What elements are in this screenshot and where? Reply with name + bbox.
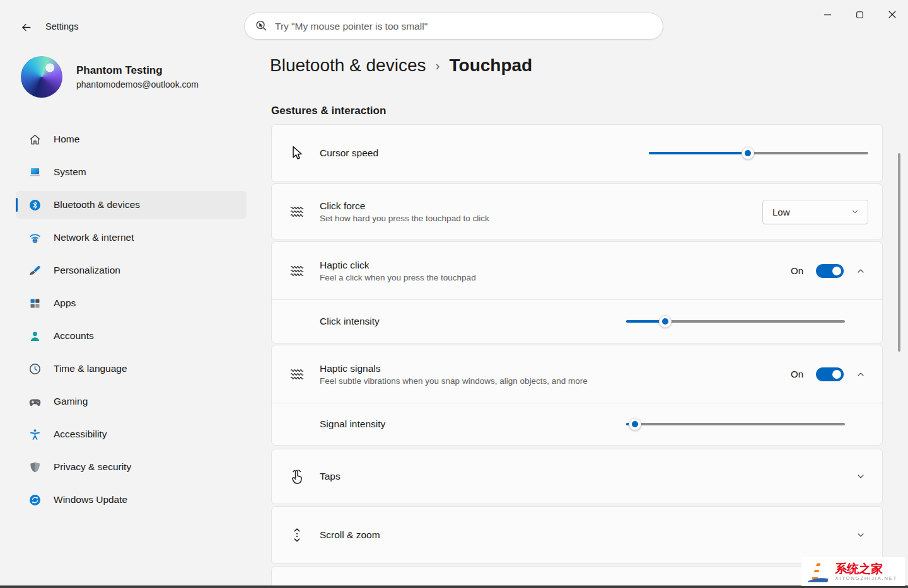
sidebar: Phantom Testing phantomodemos@outlook.co… [0,53,260,588]
chevron-down-icon [856,530,866,540]
sidebar-item-system[interactable]: System [16,158,247,186]
signal-intensity-label: Signal intensity [320,418,385,430]
profile-name: Phantom Testing [76,64,199,77]
sidebar-item-label: Gaming [54,396,88,407]
slider-track[interactable] [626,423,845,425]
sidebar-item-time-language[interactable]: Time & language [16,355,247,383]
cursor-speed-slider[interactable] [649,146,868,161]
slider-fill [649,152,748,154]
sidebar-item-label: Time & language [54,363,127,374]
watermark-site-url: XITONGZHIJIA.NET [835,575,897,581]
tap-hand-icon [289,468,305,485]
watermark-text: 系统之家 XITONGZHIJIA.NET [835,562,897,582]
sidebar-item-windows-update[interactable]: Windows Update [16,486,247,514]
app-title: Settings [45,21,78,32]
bottom-edge-strip [0,585,908,588]
haptic-click-group: Haptic click Feel a click when you press… [271,241,883,343]
sidebar-item-accessibility[interactable]: Accessibility [16,420,247,448]
privacy-shield-icon [28,461,42,474]
vertical-scrollbar[interactable] [898,153,900,352]
minimize-button[interactable] [812,0,844,29]
settings-content: Bluetooth & devices › Touchpad Gestures … [271,53,908,588]
profile-card[interactable]: Phantom Testing phantomodemos@outlook.co… [21,56,199,98]
minimize-icon [824,11,831,18]
sidebar-item-network-internet[interactable]: Network & internet [16,224,247,251]
maximize-icon [856,11,863,18]
search-input[interactable] [275,21,653,32]
scroll-zoom-expand-button[interactable] [852,526,870,544]
sidebar-item-label: Accessibility [54,429,107,440]
cursor-icon [289,145,305,161]
breadcrumb: Bluetooth & devices › Touchpad [270,55,532,76]
breadcrumb-parent[interactable]: Bluetooth & devices [270,55,426,76]
click-force-card: Click force Set how hard you press the t… [271,183,883,240]
sidebar-item-accounts[interactable]: Accounts [16,322,247,350]
cursor-speed-card: Cursor speed [271,124,883,182]
sidebar-item-apps[interactable]: Apps [16,289,247,317]
profile-text: Phantom Testing phantomodemos@outlook.co… [76,64,199,89]
maximize-button[interactable] [844,0,876,29]
haptic-waves-icon [289,204,305,220]
haptic-click-toggle[interactable] [816,264,844,278]
sidebar-item-home[interactable]: Home [16,125,247,153]
time-language-icon [28,362,42,376]
click-intensity-label: Click intensity [320,316,380,327]
sidebar-item-label: Home [54,134,79,145]
network-icon [28,231,42,245]
signal-intensity-row: Signal intensity [272,403,882,445]
haptic-click-row[interactable]: Haptic click Feel a click when you press… [272,242,882,299]
haptic-signals-toggle-state: On [791,369,803,379]
scroll-zoom-label: Scroll & zoom [320,529,380,541]
breadcrumb-separator: › [436,58,440,73]
taps-expand-button[interactable] [852,468,870,485]
toggle-knob [832,370,841,379]
profile-email: phantomodemos@outlook.com [76,79,199,89]
haptic-click-collapse-button[interactable] [852,262,870,280]
home-icon [28,133,42,146]
haptic-waves-icon [289,263,305,279]
close-icon [888,11,896,18]
close-button[interactable] [876,0,908,29]
haptic-click-description: Feel a click when you press the touchpad [320,273,476,282]
back-arrow-icon [20,21,32,33]
click-intensity-slider[interactable] [626,314,845,329]
sidebar-item-privacy-security[interactable]: Privacy & security [16,453,247,481]
haptic-signals-description: Feel subtle vibrations when you snap win… [320,376,588,386]
sidebar-item-personalization[interactable]: Personalization [16,257,247,284]
sidebar-item-label: Apps [54,297,76,309]
personalization-icon [28,264,42,277]
accessibility-icon [28,428,42,441]
watermark-site-name: 系统之家 [835,562,897,576]
search-box [244,13,663,40]
gaming-icon [28,395,42,408]
taps-card[interactable]: Taps [271,449,883,504]
haptic-signals-row[interactable]: Haptic signals Feel subtle vibrations wh… [272,345,882,403]
signal-intensity-slider[interactable] [626,417,845,432]
click-force-dropdown[interactable]: Low [762,200,868,224]
haptic-waves-icon [289,366,305,383]
slider-thumb[interactable] [659,315,672,328]
back-button[interactable] [15,18,37,36]
taps-label: Taps [320,471,340,482]
system-icon [28,166,42,179]
watermark-logo-icon [805,559,830,584]
windows-update-icon [28,493,42,507]
section-title: Gestures & interaction [271,105,386,117]
sidebar-nav: Home System Bluetooth & devices Network … [16,125,247,519]
haptic-signals-label: Haptic signals [320,363,588,374]
haptic-signals-toggle[interactable] [816,367,844,381]
haptic-signals-collapse-button[interactable] [852,366,870,383]
slider-thumb[interactable] [629,418,641,430]
sidebar-item-gaming[interactable]: Gaming [16,388,247,415]
scroll-zoom-card[interactable]: Scroll & zoom [271,506,883,564]
toggle-knob [832,267,841,275]
cursor-speed-label: Cursor speed [320,147,378,159]
window-controls [812,0,908,29]
chevron-down-icon [851,207,859,216]
watermark: 系统之家 XITONGZHIJIA.NET [801,557,905,586]
chevron-down-icon [856,471,866,481]
sidebar-item-bluetooth-devices[interactable]: Bluetooth & devices [16,191,247,219]
slider-thumb[interactable] [742,147,754,159]
page-title: Touchpad [450,55,533,76]
click-force-label: Click force [320,200,489,212]
